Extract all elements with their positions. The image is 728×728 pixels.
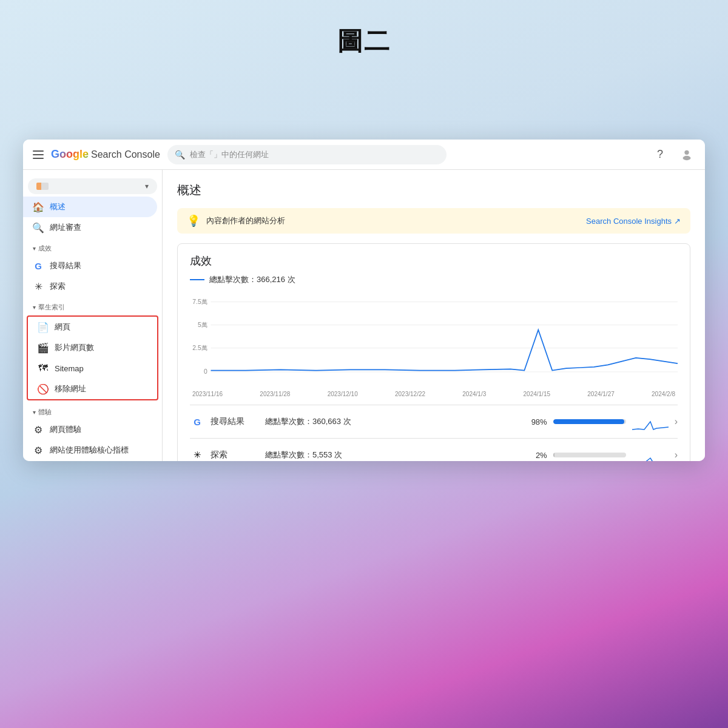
data-row-search: G 搜尋結果 總點擊次數：360,663 次 98% › [190,405,678,438]
external-link-icon: ↗ [674,217,681,226]
sidebar-item-cwv[interactable]: ⚙ 網站使用體驗核心指標 [23,440,157,460]
search-icon: 🔍 [175,150,185,160]
x-label-4: 2023/12/22 [395,391,425,397]
search-sparkline [632,413,669,431]
x-label-2: 2023/11/28 [260,391,290,397]
search-row-label: 搜尋結果 [211,416,259,427]
product-name: Search Console [91,149,160,160]
main-layout: ▾ 🏠 概述 🔍 網址審查 ▾ 成效 G 搜尋結果 ✳ [23,170,705,461]
sidebar-item-remove-label: 移除網址 [55,383,86,394]
section-indexing: ▾ 羣生索引 [23,297,162,314]
content-area: 概述 💡 內容創作者的網站分析 Search Console Insights … [163,170,705,461]
discover-bar-fill [553,453,554,457]
search-placeholder: 檢查「」中的任何網址 [190,149,269,160]
sidebar-item-search-results-label: 搜尋結果 [50,260,81,271]
expand-icon-3[interactable]: ▾ [33,409,36,416]
sidebar-item-discover[interactable]: ✳ 探索 [23,276,157,297]
account-icon[interactable] [678,146,695,163]
expand-icon-2[interactable]: ▾ [33,304,36,311]
chevron-down-icon: ▾ [145,182,149,190]
discover-sparkline [632,446,669,461]
x-label-1: 2023/11/16 [192,391,223,397]
google-row-icon: G [190,414,204,429]
indexing-highlight-box: 📄 網頁 🎬 影片網頁數 🗺 Sitemap 🚫 移除網址 [27,315,158,400]
sidebar-item-discover-label: 探索 [50,281,66,292]
section-indexing-label: 羣生索引 [38,303,65,312]
x-label-6: 2024/1/15 [524,391,551,397]
performance-chart: 7.5萬 5萬 2.5萬 0 [190,295,678,386]
x-label-7: 2024/1/27 [587,391,615,397]
sidebar-item-url-inspect[interactable]: 🔍 網址審查 [23,217,157,238]
google-g-icon: G [33,260,44,271]
data-row-discover: ✳ 探索 總點擊次數：5,553 次 2% › [190,438,678,461]
section-experience-label: 體驗 [38,408,52,417]
sidebar-item-sitemap[interactable]: 🗺 Sitemap [28,358,152,379]
svg-text:2.5萬: 2.5萬 [192,345,207,351]
discover-row-icon: ✳ [190,448,204,461]
svg-text:0: 0 [204,368,207,375]
discover-bar [553,453,626,457]
home-icon: 🏠 [33,201,44,212]
sidebar-item-sitemap-label: Sitemap [55,364,84,373]
perf-legend: 總點擊次數：366,216 次 [190,274,678,285]
logo-area: Google Search Console [51,148,160,161]
search-bar[interactable]: 🔍 檢查「」中的任何網址 [167,145,447,164]
sidebar-item-remove-url[interactable]: 🚫 移除網址 [28,379,152,399]
help-icon[interactable]: ? [652,146,669,163]
sidebar-item-page-exp-label: 網頁體驗 [50,424,81,435]
sidebar-item-video-pages[interactable]: 🎬 影片網頁數 [28,337,152,358]
sidebar-item-pages[interactable]: 📄 網頁 [28,317,152,337]
search-icon: 🔍 [33,222,44,233]
svg-point-1 [683,155,691,160]
search-bar-fill [553,419,625,424]
svg-point-0 [684,150,689,154]
remove-icon: 🚫 [38,383,49,394]
lightbulb-icon: 💡 [187,214,200,228]
topbar-right: ? [652,146,695,163]
discover-row-value: 總點擊次數：5,553 次 [265,450,517,460]
pages-icon: 📄 [38,322,49,332]
svg-text:5萬: 5萬 [198,322,207,328]
search-row-arrow[interactable]: › [675,416,678,427]
sidebar-item-pages-label: 網頁 [55,322,70,332]
google-g-row: G [194,417,201,427]
discover-row-pct: 2% [523,451,547,460]
video-icon: 🎬 [38,342,49,353]
sidebar-item-overview[interactable]: 🏠 概述 [23,197,157,217]
performance-card: 成效 總點擊次數：366,216 次 7.5萬 5萬 [177,243,690,461]
sidebar-item-https[interactable]: 🔒 HTTPS [23,460,157,461]
discover-row-arrow[interactable]: › [675,450,678,460]
discover-icon: ✳ [33,281,44,292]
sidebar-item-page-experience[interactable]: ⚙ 網頁體驗 [23,419,157,440]
discover-row-label: 探索 [211,450,259,460]
sidebar-item-search-results[interactable]: G 搜尋結果 [23,255,157,276]
section-performance: ▾ 成效 [23,238,162,255]
perf-title: 成效 [190,254,678,268]
section-performance-label: 成效 [38,244,52,253]
search-bar [553,419,626,424]
sitemap-icon: 🗺 [38,363,49,374]
sidebar: ▾ 🏠 概述 🔍 網址審查 ▾ 成效 G 搜尋結果 ✳ [23,170,163,461]
chart-area: 7.5萬 5萬 2.5萬 0 [190,295,678,386]
sidebar-item-video-label: 影片網頁數 [55,342,94,353]
insight-link-text: Search Console Insights [586,217,672,226]
sidebar-item-cwv-label: 網站使用體驗核心指標 [50,445,129,456]
legend-line [190,279,204,280]
property-icon [36,183,49,190]
browser-window: Google Search Console 🔍 檢查「」中的任何網址 ? [23,140,705,461]
search-row-pct: 98% [523,417,547,426]
cwv-icon: ⚙ [33,445,44,456]
section-experience: ▾ 體驗 [23,402,162,419]
sidebar-item-url-label: 網址審查 [50,222,81,233]
legend-text: 總點擊次數：366,216 次 [209,274,295,285]
x-label-3: 2023/12/10 [328,391,358,397]
x-label-5: 2024/1/3 [462,391,486,397]
sidebar-item-overview-label: 概述 [50,201,66,212]
property-selector[interactable]: ▾ [28,178,157,194]
svg-text:7.5萬: 7.5萬 [192,298,207,305]
page-title: 圖二 [0,0,728,58]
menu-icon[interactable] [33,150,44,159]
insight-link[interactable]: Search Console Insights ↗ [586,217,681,226]
page-exp-icon: ⚙ [33,424,44,435]
expand-icon[interactable]: ▾ [33,245,36,252]
